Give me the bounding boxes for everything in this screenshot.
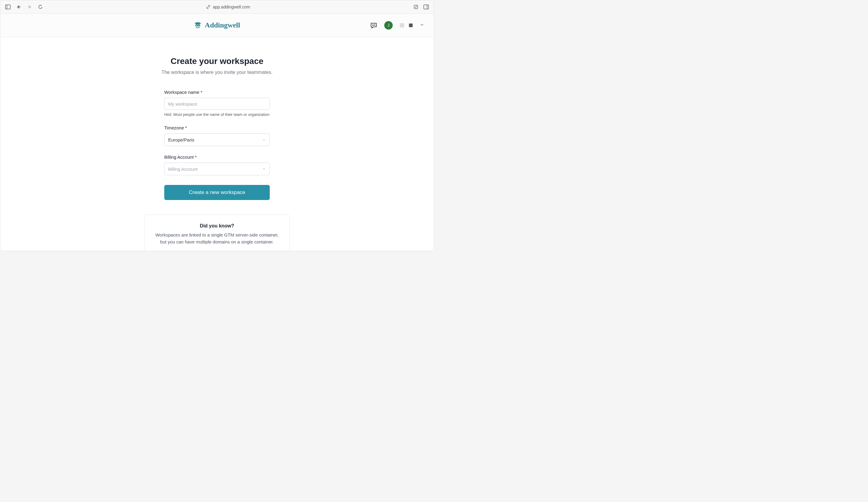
header-block-light (400, 23, 404, 28)
browser-toolbar: app.addingwell.com (0, 0, 434, 13)
page-title: Create your workspace (117, 57, 317, 66)
tabs-icon[interactable] (423, 4, 429, 10)
create-workspace-button[interactable]: Create a new workspace (164, 185, 270, 200)
svg-point-10 (196, 25, 197, 26)
header-block-dark (409, 23, 413, 27)
info-card-text: Workspaces are linked to a single GTM se… (154, 232, 280, 245)
billing-account-select[interactable]: Billing Account (164, 163, 270, 175)
header-menu-blocks[interactable] (400, 23, 413, 28)
svg-point-12 (372, 25, 373, 26)
svg-point-14 (375, 25, 375, 26)
chevron-down-icon (262, 167, 266, 172)
svg-point-13 (373, 25, 374, 26)
svg-point-11 (199, 25, 199, 26)
workspace-name-hint: Hint: Most people use the name of their … (164, 112, 270, 117)
svg-rect-5 (424, 5, 428, 9)
chat-icon[interactable] (370, 22, 377, 29)
workspace-name-input[interactable] (164, 98, 270, 110)
link-icon (206, 5, 210, 9)
forward-icon (27, 4, 32, 10)
logo-icon (194, 21, 202, 29)
reload-icon[interactable] (38, 4, 43, 10)
logo-text: Addingwell (205, 21, 240, 29)
user-avatar[interactable]: J (384, 21, 393, 30)
info-card-title: Did you know? (154, 223, 280, 229)
timezone-label: Timezone * (164, 125, 270, 130)
timezone-select[interactable]: Europe/Paris (164, 133, 270, 146)
svg-point-7 (195, 22, 201, 24)
billing-account-placeholder: Billing Account (168, 167, 198, 172)
workspace-name-label: Workspace name * (164, 90, 270, 95)
page-subtitle: The workspace is where you invite your t… (117, 70, 317, 75)
app-header: Addingwell J (0, 13, 434, 37)
logo[interactable]: Addingwell (194, 21, 240, 29)
chevron-down-icon (262, 137, 266, 142)
share-icon[interactable] (413, 4, 418, 10)
info-card: Did you know? Workspaces are linked to a… (144, 214, 290, 251)
url-bar[interactable]: app.addingwell.com (49, 4, 407, 9)
url-text: app.addingwell.com (213, 4, 250, 9)
billing-account-label: Billing Account * (164, 154, 270, 160)
sidebar-toggle-icon[interactable] (5, 4, 11, 10)
chevron-down-icon[interactable] (420, 23, 424, 28)
timezone-value: Europe/Paris (168, 137, 194, 142)
back-icon[interactable] (16, 4, 21, 10)
svg-rect-0 (6, 5, 10, 9)
